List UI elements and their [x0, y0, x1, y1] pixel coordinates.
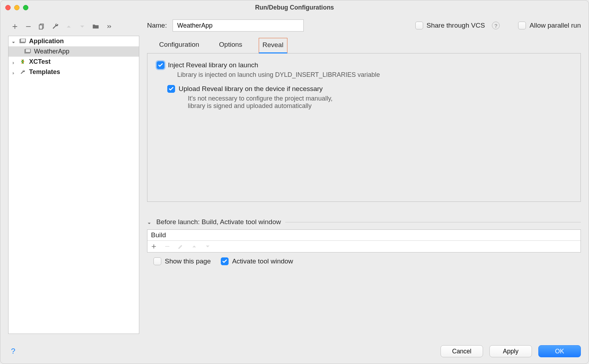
move-down-icon — [78, 23, 86, 30]
svg-rect-4 — [21, 39, 26, 42]
window-controls — [5, 5, 28, 10]
cancel-button[interactable]: Cancel — [441, 345, 483, 357]
before-launch-toolbar — [147, 240, 580, 252]
disclosure-open-icon — [11, 39, 16, 44]
apply-button[interactable]: Apply — [489, 345, 532, 357]
edit-icon — [177, 243, 184, 250]
tree-group-xctest[interactable]: XCTest — [9, 57, 139, 67]
move-down-icon — [204, 243, 211, 250]
divider — [285, 222, 581, 222]
add-icon[interactable] — [150, 243, 157, 250]
tree-label: WeatherApp — [34, 48, 69, 55]
expand-toolbar-icon[interactable] — [105, 23, 113, 30]
before-launch-header[interactable]: Before launch: Build, Activate tool wind… — [147, 218, 581, 226]
allow-parallel-checkbox[interactable]: Allow parallel run — [518, 22, 581, 29]
show-this-page-checkbox[interactable]: Show this page — [153, 257, 211, 265]
svg-rect-7 — [165, 246, 169, 247]
show-this-page-label: Show this page — [165, 257, 211, 265]
xctest-icon — [19, 59, 26, 65]
config-toolbar — [8, 19, 139, 34]
tree-label: XCTest — [29, 58, 51, 66]
ok-button[interactable]: OK — [538, 345, 581, 357]
inject-reveal-checkbox[interactable]: Inject Reveal library on launch — [157, 61, 258, 69]
move-up-icon — [191, 243, 198, 250]
copy-icon[interactable] — [38, 23, 46, 30]
disclosure-closed-icon — [11, 59, 16, 64]
share-vcs-checkbox[interactable]: Share through VCS — [415, 22, 485, 29]
share-vcs-label: Share through VCS — [427, 22, 485, 29]
inject-reveal-label: Inject Reveal library on launch — [168, 61, 258, 69]
before-launch-title: Before launch: Build, Activate tool wind… — [156, 218, 281, 226]
close-window-button[interactable] — [5, 5, 11, 10]
upload-reveal-label: Upload Reveal library on the device if n… — [179, 85, 323, 93]
tab-options[interactable]: Options — [215, 38, 246, 53]
add-icon[interactable] — [11, 23, 19, 30]
titlebar: Run/Debug Configurations — [0, 0, 589, 15]
app-item-icon — [24, 49, 31, 55]
before-launch-list[interactable]: Build — [147, 229, 581, 252]
tree-group-templates[interactable]: Templates — [9, 67, 139, 77]
tree-label: Application — [29, 38, 64, 45]
checkmark-icon — [221, 257, 229, 265]
name-input[interactable] — [173, 19, 304, 32]
checkmark-icon — [167, 85, 175, 93]
inject-reveal-desc: Library is injected on launch using DYLD… — [177, 71, 571, 79]
config-tree[interactable]: Application WeatherApp XCTest Templates — [8, 36, 139, 334]
minimize-window-button[interactable] — [14, 5, 19, 10]
templates-wrench-icon — [19, 69, 26, 75]
tree-item-weatherapp[interactable]: WeatherApp — [9, 46, 139, 57]
remove-icon — [164, 243, 171, 250]
zoom-window-button[interactable] — [23, 5, 28, 10]
activate-tool-window-label: Activate tool window — [232, 257, 293, 265]
upload-reveal-desc: It's not necessary to configure the proj… — [188, 95, 571, 110]
svg-rect-0 — [26, 26, 31, 27]
tree-label: Templates — [29, 68, 60, 76]
upload-reveal-checkbox[interactable]: Upload Reveal library on the device if n… — [167, 85, 323, 93]
remove-icon[interactable] — [24, 23, 32, 30]
svg-rect-2 — [39, 25, 43, 29]
wrench-icon[interactable] — [51, 23, 59, 30]
app-group-icon — [19, 39, 26, 44]
folder-icon[interactable] — [92, 23, 100, 30]
disclosure-closed-icon — [11, 70, 16, 75]
share-vcs-help-icon[interactable]: ? — [492, 22, 500, 29]
window-title: Run/Debug Configurations — [0, 4, 589, 11]
checkmark-icon — [157, 61, 164, 69]
config-tabs: Configuration Options Reveal — [147, 38, 581, 53]
dialog-window: Run/Debug Configurations Application — [0, 0, 589, 364]
name-label: Name: — [147, 22, 167, 29]
allow-parallel-label: Allow parallel run — [529, 22, 581, 29]
disclosure-open-icon — [147, 220, 152, 224]
svg-rect-6 — [26, 49, 30, 52]
activate-tool-window-checkbox[interactable]: Activate tool window — [221, 257, 293, 265]
before-launch-item[interactable]: Build — [147, 230, 580, 240]
reveal-panel: Inject Reveal library on launch Library … — [147, 53, 581, 202]
tab-configuration[interactable]: Configuration — [156, 38, 203, 53]
tree-group-application[interactable]: Application — [9, 36, 139, 46]
help-button[interactable]: ? — [8, 346, 18, 356]
tab-reveal[interactable]: Reveal — [259, 38, 287, 53]
move-up-icon — [65, 23, 73, 30]
